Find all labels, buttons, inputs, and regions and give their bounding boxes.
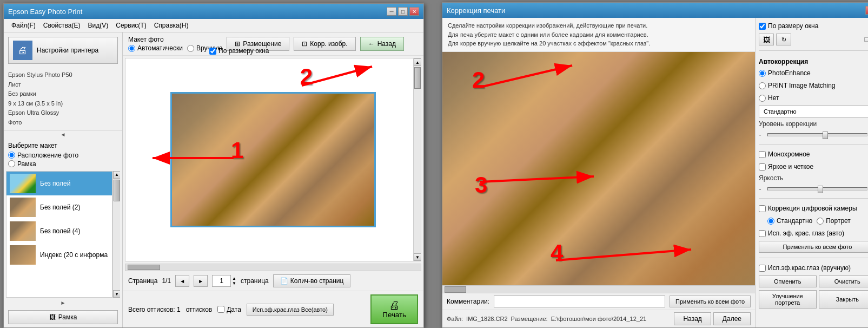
portrait-enhance-button[interactable]: Улучшение портрета <box>759 290 817 309</box>
radio-frame-input[interactable] <box>8 160 15 167</box>
page-input[interactable] <box>212 275 231 287</box>
date-checkbox[interactable] <box>217 306 224 313</box>
rotate-icon-btn[interactable]: ↻ <box>776 34 791 45</box>
fit-checkbox[interactable] <box>209 48 216 55</box>
monochrome-checkbox-label[interactable]: Монохромное <box>759 149 868 159</box>
canvas-scrollbar-h[interactable] <box>125 264 421 271</box>
panel-apply-all-button[interactable]: Применить ко всем фото <box>759 241 868 253</box>
radio-photo-enhance[interactable]: PhotoEnhance <box>759 68 868 78</box>
page-next-button[interactable]: ► <box>194 275 208 287</box>
radio-print-matching[interactable]: PRINT Image Matching <box>759 81 868 90</box>
brightness-slider[interactable] <box>767 187 867 191</box>
apply-comments-button[interactable]: Применить ко всем фото <box>670 296 751 307</box>
printer-info: Epson Stylus Photo P50 Лист Без рамки 9 … <box>4 68 122 130</box>
menu-view[interactable]: Вид(V) <box>85 21 112 30</box>
menu-properties[interactable]: Свойства(Е) <box>40 21 84 30</box>
radio-none[interactable]: Нет <box>759 93 868 103</box>
layout-scrollbar[interactable]: ▲ ▼ <box>112 171 120 298</box>
scroll-down-btn[interactable]: ▼ <box>113 290 120 298</box>
printer-settings-button[interactable]: 🖨 Настройки принтера <box>8 37 118 64</box>
close-button[interactable]: ✕ <box>409 7 419 16</box>
right-close-button[interactable]: ✕ <box>865 6 868 15</box>
radio-dc-standard[interactable]: Стандартно <box>767 216 812 226</box>
radio-location[interactable]: Расположение фото <box>8 152 118 159</box>
back-nav-button[interactable]: Назад <box>674 312 711 325</box>
scroll-right-arrow[interactable]: ► <box>61 300 66 306</box>
fit-checkbox-row: По размеру окна <box>209 47 269 55</box>
correction-dropdown[interactable]: Стандартно Портрет Пейзаж <box>759 106 868 117</box>
pages-icon: 📄 <box>280 277 288 285</box>
autocorrect-title: Автокоррекция <box>759 58 868 65</box>
redeye-auto-checkbox[interactable] <box>759 230 766 237</box>
redeye-manual-label: Исп.эф.крас.глаз (вручную) <box>768 264 851 272</box>
frame-icon: 🖼 <box>49 313 56 321</box>
pages-count-button[interactable]: 📄 Колич-во страниц <box>273 274 351 287</box>
right-h-scrollbar[interactable] <box>442 285 755 293</box>
monochrome-checkbox[interactable] <box>759 151 766 158</box>
svg-line-3 <box>302 67 372 86</box>
file-value: IMG_1828.CR2 <box>466 316 507 322</box>
clear-button[interactable]: Очистить <box>819 275 869 287</box>
redeye-auto-checkbox-label[interactable]: Исп. эф. крас. глаз (авто) <box>759 228 868 238</box>
page-label: Страница <box>128 277 157 285</box>
digital-camera-checkbox-label[interactable]: Коррекция цифровой камеры <box>759 204 868 213</box>
right-title-bar: Коррекция печати ✕ <box>442 3 868 18</box>
main-toolbar: Макет фото Автоматически Вручную <box>123 32 423 56</box>
layout-label: Макет фото <box>128 36 220 43</box>
scrollbar-thumb-h[interactable] <box>128 265 160 270</box>
radio-dc-portrait[interactable]: Портрет <box>817 216 851 226</box>
fit-window-checkbox[interactable] <box>759 23 766 30</box>
select-layout-label: Выберите макет <box>4 139 122 150</box>
minimize-button[interactable]: ─ <box>387 7 396 16</box>
info-line-1: Сделайте настройки коррекции изображений… <box>448 21 750 30</box>
page-down-spin[interactable]: ▼ <box>232 281 236 286</box>
radio-frame[interactable]: Рамка <box>8 160 118 168</box>
comments-row: Комментарии: Применить ко всем фото <box>442 293 755 310</box>
redeye-all-button[interactable]: Исп.эф.крас.глаз Все(авто) <box>247 304 334 316</box>
brightness-slider-handle[interactable] <box>818 186 823 193</box>
file-label: Файл: <box>447 316 463 322</box>
menu-service[interactable]: Сервис(Т) <box>112 21 149 30</box>
vivid-checkbox-label[interactable]: Яркое и четкое <box>759 162 868 172</box>
next-nav-button[interactable]: Далее <box>713 312 751 325</box>
redeye-manual-checkbox[interactable] <box>759 265 766 272</box>
scroll-left-arrow[interactable]: ◄ <box>61 132 66 137</box>
layout-item-1[interactable]: Без полей (2) <box>6 195 112 219</box>
vivid-checkbox[interactable] <box>759 163 766 170</box>
level-slider-handle[interactable] <box>823 132 828 139</box>
frame-button[interactable]: 🖼 Рамка <box>8 310 118 324</box>
menu-file[interactable]: Файл(F) <box>8 21 39 30</box>
digital-camera-checkbox[interactable] <box>759 205 766 212</box>
menu-help[interactable]: Справка(Н) <box>151 21 192 30</box>
layout-item-label-0: Без полей <box>40 180 70 187</box>
info-line-3: Для корре вручную щелкайте на 20 участка… <box>448 39 750 48</box>
cancel-button[interactable]: Отменить <box>759 275 817 287</box>
photo-frame-icon-btn[interactable]: 🖼 <box>759 34 774 45</box>
layout-item-3[interactable]: Индекс (20 с информа <box>6 243 112 267</box>
back-button[interactable]: ← Назад <box>360 37 404 51</box>
fit-checkbox-label[interactable]: По размеру окна <box>209 47 269 55</box>
maximize-button[interactable]: □ <box>398 7 408 16</box>
photo-frame <box>170 92 376 227</box>
canvas-scrollbar[interactable]: ▲ ▼ <box>413 58 421 261</box>
cat-photo <box>172 94 374 226</box>
redeye-manual-checkbox-label[interactable]: Исп.эф.крас.глаз (вручную) <box>759 263 868 273</box>
page-up-spin[interactable]: ▲ <box>232 276 236 281</box>
level-slider[interactable] <box>767 133 867 136</box>
layout-item-2[interactable]: Без полей (4) <box>6 219 112 243</box>
right-h-thumb[interactable] <box>445 286 466 293</box>
print-button[interactable]: 🖨 Печать <box>370 294 418 324</box>
page-prev-button[interactable]: ◄ <box>175 275 189 287</box>
correction-button[interactable]: ⊡ Корр. изобр. <box>294 37 355 51</box>
help-button[interactable] <box>864 37 868 42</box>
panel-close-button[interactable]: Закрыть <box>819 290 869 309</box>
radio-location-input[interactable] <box>8 152 15 159</box>
date-checkbox-label[interactable]: Дата <box>217 306 241 313</box>
radio-auto[interactable]: Автоматически <box>128 44 183 52</box>
layout-item-label-2: Без полей (4) <box>40 227 80 235</box>
layout-item-0[interactable]: Без полей <box>6 172 112 195</box>
right-window: Коррекция печати ✕ Сделайте настройки ко… <box>442 2 868 328</box>
fit-window-checkbox-label[interactable]: По размеру окна <box>759 21 818 31</box>
comments-input[interactable] <box>494 296 665 307</box>
scroll-up-btn[interactable]: ▲ <box>113 171 120 179</box>
